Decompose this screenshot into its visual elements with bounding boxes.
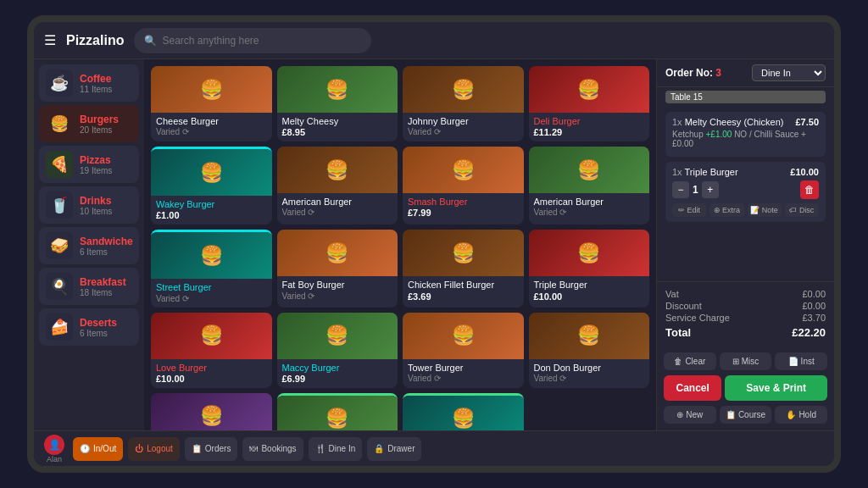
product-card[interactable]: 🍔 Melty Cheesy £8.95 bbox=[277, 66, 398, 141]
in-out-button[interactable]: 🕐 In/Out bbox=[73, 437, 123, 461]
note-button[interactable]: 📝 Note bbox=[748, 203, 782, 217]
sidebar-item-burgers[interactable]: 🍔 Burgers 20 Items bbox=[39, 105, 139, 142]
product-name: Fat Boy Burger bbox=[282, 280, 393, 291]
sidebar-cat-name: Coffee bbox=[80, 73, 112, 85]
product-card[interactable]: 🍔 American Burger Varied ⟳ bbox=[529, 147, 650, 225]
product-image: 🍔 bbox=[151, 149, 272, 196]
clear-button[interactable]: 🗑 Clear bbox=[664, 352, 716, 370]
product-card[interactable]: 🍔 American Burger Varied ⟳ bbox=[277, 147, 398, 225]
vat-row: Vat £0.00 bbox=[665, 289, 826, 299]
sidebar-cat-count: 20 Items bbox=[80, 125, 119, 135]
total-row: Total £22.20 bbox=[665, 326, 826, 339]
product-image: 🍔 bbox=[151, 66, 272, 113]
save-print-button[interactable]: Save & Print bbox=[725, 375, 827, 401]
header: ☰ Pizzalino 🔍 bbox=[34, 22, 834, 59]
drawer-button[interactable]: 🔒 Drawer bbox=[367, 437, 421, 461]
orders-icon: 📋 bbox=[192, 444, 202, 453]
brand-name: Pizzalino bbox=[66, 33, 124, 48]
extra-button[interactable]: ⊕ Extra bbox=[709, 203, 743, 217]
product-price: £7.99 bbox=[408, 208, 519, 218]
logout-button[interactable]: ⏻ Logout bbox=[128, 437, 180, 461]
product-varied: Varied ⟳ bbox=[282, 291, 393, 301]
product-price: £6.99 bbox=[282, 374, 393, 384]
product-card[interactable]: 🍔 Alan's Burger £6.99 bbox=[403, 393, 524, 430]
delete-item-button[interactable]: 🗑 bbox=[800, 180, 819, 199]
qty-minus-button[interactable]: − bbox=[672, 181, 689, 198]
misc-button[interactable]: ⊞ Misc bbox=[720, 352, 772, 370]
product-name: American Burger bbox=[534, 197, 645, 208]
product-name: Maccy Burger bbox=[282, 363, 393, 374]
product-name: Triple Burger bbox=[534, 280, 645, 291]
inst-button[interactable]: 📄 Inst bbox=[775, 352, 827, 370]
product-varied: Varied ⟳ bbox=[156, 294, 267, 303]
sidebar-cat-count: 10 Items bbox=[80, 207, 112, 216]
cancel-button[interactable]: Cancel bbox=[664, 375, 721, 401]
product-image: 🍔 bbox=[403, 313, 524, 359]
menu-icon[interactable]: ☰ bbox=[44, 32, 56, 48]
product-name: Tower Burger bbox=[408, 363, 519, 374]
course-button[interactable]: 📋 Course bbox=[720, 406, 772, 424]
bookings-button[interactable]: 🍽 Bookings bbox=[242, 437, 303, 461]
sidebar-item-deserts[interactable]: 🍰 Deserts 6 Items bbox=[39, 308, 139, 346]
product-card[interactable]: 🍔 Love Burger £10.00 bbox=[151, 313, 272, 388]
disc-button[interactable]: 🏷 Disc bbox=[785, 203, 819, 217]
edit-button[interactable]: ✏ Edit bbox=[672, 203, 706, 217]
product-image: 🍔 bbox=[403, 66, 524, 113]
product-card[interactable]: 🍔 Maccy Burger £6.99 bbox=[277, 313, 398, 388]
product-card[interactable]: 🍔 Wakey Burger £1.00 bbox=[151, 147, 272, 225]
product-card[interactable]: 🍔 Chicken Fillet Burger £3.69 bbox=[403, 230, 524, 307]
product-card[interactable]: 🍔 Peri Burger £3.00 bbox=[277, 393, 398, 430]
product-card[interactable]: 🍔 Smash Burger £7.99 bbox=[403, 147, 524, 225]
product-name: Street Burger bbox=[156, 282, 267, 293]
product-card[interactable]: 🍔 Street Burger Varied ⟳ bbox=[151, 230, 272, 307]
sidebar-item-coffee[interactable]: ☕ Coffee 11 Items bbox=[39, 64, 139, 102]
product-price: £10.00 bbox=[534, 291, 645, 302]
sidebar-item-sandwiches[interactable]: 🥪 Sandwiche 6 Items bbox=[39, 227, 139, 264]
orders-button[interactable]: 📋 Orders bbox=[185, 437, 238, 461]
footer-nav: 👤 Alan 🕐 In/Out ⏻ Logout 📋 Orders 🍽 Book… bbox=[34, 430, 834, 466]
sidebar-cat-count: 18 Items bbox=[80, 288, 126, 297]
product-card[interactable]: 🍔 Triple Burger £10.00 bbox=[529, 230, 650, 307]
product-card[interactable]: 🍔 Johnny Burger Varied ⟳ bbox=[403, 66, 524, 141]
order-item-name: 1x Triple Burger bbox=[672, 167, 790, 177]
products-grid: 🍔 Cheese Burger Varied ⟳ 🍔 Melty Cheesy … bbox=[151, 66, 649, 430]
dine-in-button[interactable]: 🍴 Dine In bbox=[309, 437, 363, 461]
sidebar-cat-name: Breakfast bbox=[80, 276, 126, 288]
sidebar-item-breakfast[interactable]: 🍳 Breakfast 18 Items bbox=[39, 268, 139, 305]
sidebar-item-pizzas[interactable]: 🍕 Pizzas 19 Items bbox=[39, 146, 139, 183]
table-badge: Table 15 bbox=[665, 91, 826, 103]
search-input[interactable] bbox=[162, 35, 361, 47]
product-card[interactable]: 🍔 Tower Burger Varied ⟳ bbox=[403, 313, 524, 388]
order-totals: Vat £0.00 Discount £0.00 Service Charge … bbox=[657, 281, 834, 347]
tablet-frame: ☰ Pizzalino 🔍 ☕ Coffee 11 Items 🍔 Burger… bbox=[27, 15, 841, 473]
product-card[interactable]: 🍔 Deli Burger £11.29 bbox=[529, 66, 650, 141]
hold-button[interactable]: ✋ Hold bbox=[775, 406, 827, 424]
product-card[interactable]: 🍔 Crack Burger Varied ⟳ bbox=[151, 393, 272, 430]
product-card[interactable]: 🍔 Don Don Burger Varied ⟳ bbox=[529, 313, 650, 388]
sidebar-cat-count: 6 Items bbox=[80, 329, 117, 338]
sidebar-cat-count: 19 Items bbox=[80, 166, 112, 175]
product-card[interactable]: 🍔 Cheese Burger Varied ⟳ bbox=[151, 66, 272, 141]
sidebar-item-drinks[interactable]: 🥤 Drinks 10 Items bbox=[39, 186, 139, 224]
sidebar-cat-count: 11 Items bbox=[80, 85, 112, 94]
order-sub-actions: ⊕ New 📋 Course ✋ Hold bbox=[657, 406, 834, 430]
product-name: Melty Cheesy bbox=[282, 116, 393, 127]
dine-in-select[interactable]: Dine In Take Away bbox=[752, 64, 826, 81]
qty-plus-button[interactable]: + bbox=[702, 181, 719, 198]
order-item: 1x Triple Burger £10.00 − 1 + 🗑 ✏ Edit ⊕… bbox=[665, 162, 826, 222]
sidebar-cat-name: Sandwiche bbox=[80, 236, 133, 247]
user-section: 👤 Alan bbox=[44, 435, 64, 463]
product-price: £8.95 bbox=[282, 127, 393, 137]
order-header: Order No: 3 Dine In Take Away bbox=[657, 59, 834, 87]
order-item: 1x Melty Cheesy (Chicken) £7.50 Ketchup … bbox=[665, 112, 826, 157]
sidebar-cat-count: 6 Items bbox=[80, 247, 133, 257]
new-button[interactable]: ⊕ New bbox=[664, 406, 716, 424]
product-name: Wakey Burger bbox=[156, 199, 267, 210]
product-varied: Varied ⟳ bbox=[408, 127, 519, 136]
product-varied: Varied ⟳ bbox=[408, 374, 519, 383]
product-card[interactable]: 🍔 Fat Boy Burger Varied ⟳ bbox=[277, 230, 398, 307]
order-actions: 🗑 Clear ⊞ Misc 📄 Inst bbox=[657, 347, 834, 375]
product-name: Chicken Fillet Burger bbox=[408, 280, 519, 291]
product-image: 🍔 bbox=[151, 393, 272, 430]
product-name: Love Burger bbox=[156, 363, 267, 374]
